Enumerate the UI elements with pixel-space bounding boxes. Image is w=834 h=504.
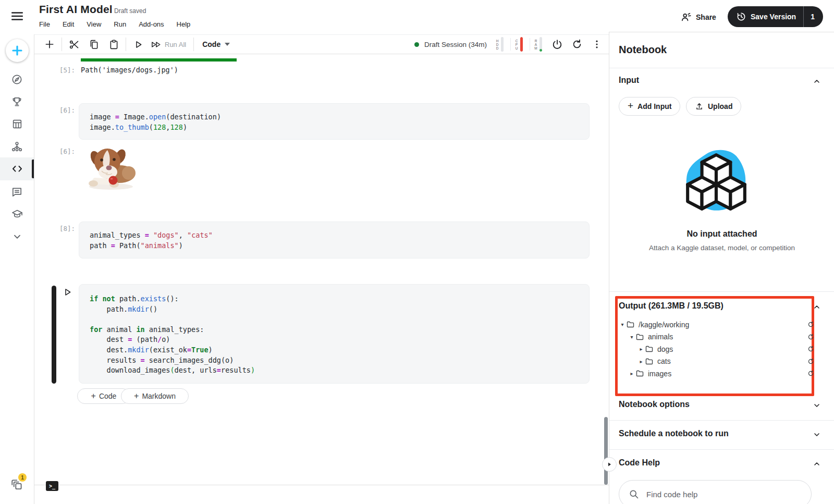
version-count[interactable]: 1: [804, 13, 823, 21]
sidebar-item-code[interactable]: [0, 157, 34, 180]
ram-meter: R A M: [534, 37, 542, 52]
add-input-button[interactable]: + Add Input: [619, 97, 680, 116]
paste-button[interactable]: [104, 36, 124, 53]
stop-session-button[interactable]: [547, 36, 567, 53]
caret-collapsed-icon[interactable]: ▸: [628, 371, 635, 376]
run-this-cell-button[interactable]: [63, 287, 72, 297]
folder-name[interactable]: cats: [657, 357, 671, 365]
chevron-down-icon[interactable]: [813, 401, 821, 410]
cell-progress-bar: [81, 58, 237, 62]
output-section-header[interactable]: Output (261.3MB / 19.5GB): [619, 301, 723, 311]
refresh-folder-button[interactable]: [807, 358, 815, 365]
cell-type-dropdown[interactable]: Code: [202, 40, 230, 48]
dropdown-caret-icon: [225, 43, 230, 46]
caret-collapsed-icon[interactable]: ▸: [637, 346, 645, 352]
tree-row-cats[interactable]: ▸cats: [619, 355, 817, 368]
terminal-console-button[interactable]: >_: [46, 481, 58, 491]
datasets-table-icon: [11, 118, 23, 130]
plus-icon: +: [134, 391, 139, 401]
chevron-down-icon[interactable]: [813, 431, 821, 439]
tree-row--kaggle-working[interactable]: ▾/kaggle/working: [619, 318, 817, 331]
run-all-label[interactable]: Run All: [165, 41, 186, 48]
sidebar-item-datasets[interactable]: [0, 113, 34, 136]
tree-row-animals[interactable]: ▾animals: [619, 331, 817, 343]
add-code-label: Code: [99, 392, 116, 400]
chevron-up-icon[interactable]: [813, 77, 821, 85]
upload-icon: [695, 102, 704, 111]
chevron-up-icon[interactable]: [813, 303, 821, 311]
notebook-options-section-header[interactable]: Notebook options: [619, 400, 690, 409]
menu-help[interactable]: Help: [177, 20, 191, 28]
code-cell[interactable]: image = Image.open(destination)image.to_…: [79, 103, 590, 140]
save-version-button[interactable]: Save Version 1: [728, 6, 823, 27]
notebook-toolbar: Run All Code Draft Session (34m) H D D C…: [34, 34, 609, 54]
hamburger-menu-icon[interactable]: [10, 9, 24, 23]
folder-name[interactable]: dogs: [657, 345, 673, 353]
folder-name[interactable]: animals: [648, 333, 673, 341]
upload-button[interactable]: Upload: [686, 97, 741, 116]
chevron-up-icon[interactable]: [813, 460, 821, 468]
sync-icon: [571, 39, 583, 50]
refresh-folder-button[interactable]: [807, 370, 815, 377]
code-help-section-header[interactable]: Code Help: [619, 458, 660, 468]
code-cell[interactable]: animal_types = "dogs", "cats"path = Path…: [79, 222, 590, 259]
create-button[interactable]: [6, 39, 29, 62]
tree-row-images[interactable]: ▸images: [619, 367, 817, 380]
share-button[interactable]: Share: [680, 11, 716, 23]
caret-collapsed-icon[interactable]: ▸: [637, 359, 645, 364]
panel-title: Notebook: [619, 44, 667, 56]
notebook-title[interactable]: First AI Model: [39, 3, 113, 16]
cell-prompt: [6]:: [59, 147, 75, 155]
refresh-icon: [807, 333, 815, 341]
caret-expanded-icon[interactable]: ▾: [628, 334, 635, 340]
caret-expanded-icon[interactable]: ▾: [619, 322, 626, 327]
code-line: image = Image.open(destination): [90, 112, 579, 122]
sidebar-item-competitions[interactable]: [0, 90, 34, 113]
sidebar-item-explore[interactable]: [0, 68, 34, 91]
more-options-button[interactable]: [587, 36, 607, 53]
session-label[interactable]: Draft Session (34m): [424, 41, 487, 48]
sidebar-item-learn[interactable]: [0, 203, 34, 226]
share-icon: [680, 11, 692, 23]
input-section-header[interactable]: Input: [619, 76, 639, 85]
code-line: if not path.exists():: [90, 294, 579, 304]
code-line: dest.mkdir(exist_ok=True): [90, 345, 579, 355]
main-scrollbar-thumb[interactable]: [604, 417, 608, 485]
cell-output-image: [82, 142, 140, 193]
folder-name[interactable]: images: [648, 370, 671, 378]
menu-add-ons[interactable]: Add-ons: [139, 20, 164, 28]
sidebar-item-models[interactable]: [0, 135, 34, 158]
sidebar-item-more[interactable]: [0, 225, 34, 248]
refresh-folder-button[interactable]: [807, 321, 815, 328]
scissors-icon: [69, 39, 80, 50]
menu-view[interactable]: View: [87, 20, 101, 28]
add-cell-button[interactable]: [40, 36, 59, 53]
cpu-meter: C P U: [514, 37, 523, 52]
copy-button[interactable]: [84, 36, 104, 53]
cut-button[interactable]: [64, 36, 84, 53]
run-cell-button[interactable]: [128, 36, 148, 53]
menu-file[interactable]: File: [39, 20, 50, 28]
folder-name[interactable]: /kaggle/working: [639, 321, 689, 329]
compass-icon: [11, 73, 23, 85]
code-help-search[interactable]: [619, 480, 812, 504]
code-line: results = search_images_ddg(o): [90, 355, 579, 366]
schedule-section-header[interactable]: Schedule a notebook to run: [619, 429, 729, 438]
chevron-down-icon: [11, 231, 23, 242]
code-help-search-input[interactable]: [645, 489, 793, 499]
add-markdown-button[interactable]: + Markdown: [121, 388, 189, 404]
ram-label: R A M: [534, 39, 538, 50]
left-navigation-rail: 1: [0, 34, 34, 504]
menu-run[interactable]: Run: [114, 20, 126, 28]
menu-edit[interactable]: Edit: [63, 20, 74, 28]
panel-collapse-button[interactable]: [602, 457, 617, 472]
active-code-cell[interactable]: if not path.exists(): path.mkdir() for a…: [79, 284, 590, 384]
active-events-button[interactable]: 1: [0, 472, 34, 497]
refresh-folder-button[interactable]: [807, 333, 815, 341]
restart-session-button[interactable]: [567, 36, 587, 53]
tree-row-dogs[interactable]: ▸dogs: [619, 343, 817, 355]
run-all-button[interactable]: [148, 36, 164, 53]
folder-icon: [645, 345, 654, 353]
refresh-folder-button[interactable]: [807, 345, 815, 353]
sidebar-item-discussions[interactable]: [0, 180, 34, 203]
